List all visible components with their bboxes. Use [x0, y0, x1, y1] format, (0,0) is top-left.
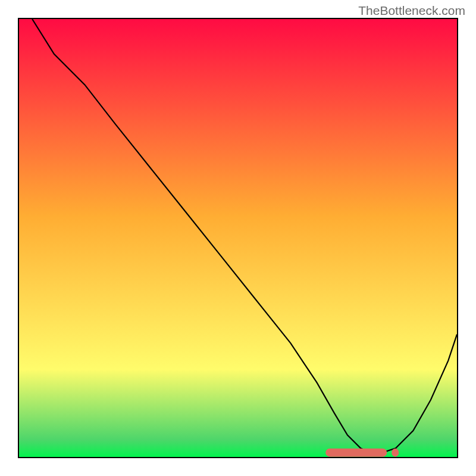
watermark-text: TheBottleneck.com — [358, 4, 465, 18]
chart-svg — [19, 19, 457, 457]
svg-point-1 — [392, 449, 399, 457]
chart-container — [18, 18, 458, 458]
svg-rect-0 — [325, 449, 387, 457]
